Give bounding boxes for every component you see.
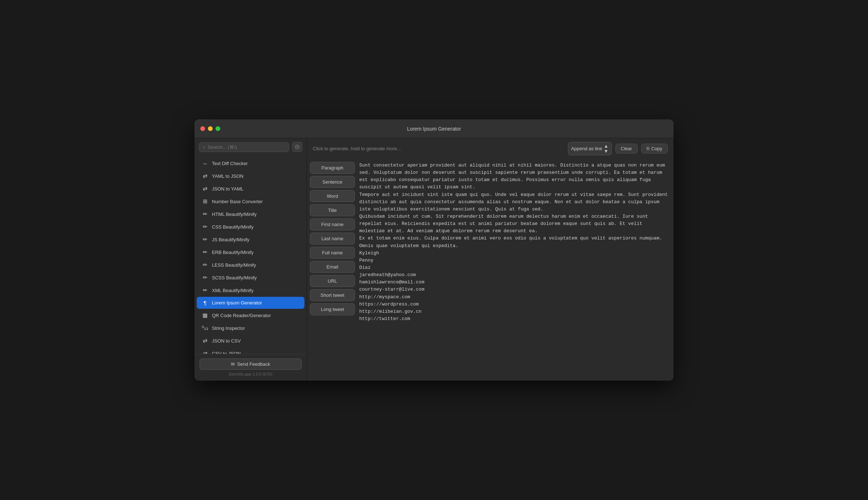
right-panel: Click to generate, hold to generate more…	[307, 138, 673, 381]
sidebar-label-json-to-csv: JSON to CSV	[212, 338, 241, 344]
sidebar-item-string-inspector[interactable]: ⁰₁₂String Inspector	[197, 322, 304, 334]
sidebar-icon-csv-to-json: ⇄	[202, 350, 208, 354]
clear-button[interactable]: Clear	[615, 144, 638, 153]
sidebar: ⌕ ↔Text Diff Checker⇄YAML to JSON⇄JSON t…	[195, 138, 307, 381]
sidebar-label-json-to-yaml: JSON to YAML	[212, 186, 243, 192]
version-text: DevUtils.app 1.9.0 (67D)	[200, 372, 302, 376]
close-button[interactable]	[200, 126, 205, 131]
append-select[interactable]: Append as line ▲ ▼	[568, 142, 612, 155]
gen-btn-email[interactable]: Email	[310, 261, 355, 273]
gen-btn-title[interactable]: Title	[310, 204, 355, 216]
output-column	[358, 159, 673, 381]
sidebar-label-lorem-ipsum-generator: Lorem Ipsum Generator	[212, 300, 262, 306]
sidebar-label-string-inspector: String Inspector	[212, 325, 245, 331]
sidebar-item-json-to-csv[interactable]: ⇄JSON to CSV	[197, 335, 304, 347]
sidebar-icon-html-beautify-minify: ✏	[202, 211, 208, 217]
sidebar-icon-less-beautify-minify: ✏	[202, 262, 208, 268]
sidebar-footer: ✉ Send Feedback DevUtils.app 1.9.0 (67D)	[195, 354, 307, 381]
sidebar-item-css-beautify-minify[interactable]: ✏CSS Beautify/Minify	[197, 221, 304, 233]
search-icon: ⌕	[203, 144, 205, 149]
sidebar-label-css-beautify-minify: CSS Beautify/Minify	[212, 224, 254, 230]
copy-icon: ⎘	[647, 146, 650, 151]
sidebar-icon-css-beautify-minify: ✏	[202, 224, 208, 230]
sidebar-label-erb-beautify-minify: ERB Beautify/Minify	[212, 250, 254, 255]
gen-btn-full-name[interactable]: Full name	[310, 247, 355, 259]
filter-icon	[295, 144, 300, 149]
traffic-lights	[200, 126, 220, 131]
toolbar-hint: Click to generate, hold to generate more…	[313, 146, 564, 151]
sidebar-icon-erb-beautify-minify: ✏	[202, 249, 208, 255]
titlebar: Lorem Ipsum Generator	[195, 119, 673, 138]
minimize-button[interactable]	[208, 126, 213, 131]
output-textarea[interactable]	[359, 162, 669, 378]
sidebar-label-qr-code-reader-generator: QR Code Reader/Generator	[212, 313, 271, 318]
copy-label: Copy	[651, 146, 662, 151]
toolbar: Click to generate, hold to generate more…	[307, 138, 673, 159]
sidebar-label-scss-beautify-minify: SCSS Beautify/Minify	[212, 275, 257, 280]
sidebar-item-csv-to-json[interactable]: ⇄CSV to JSON	[197, 347, 304, 354]
sidebar-label-js-beautify-minify: JS Beautify/Minify	[212, 237, 249, 242]
copy-button[interactable]: ⎘ Copy	[641, 144, 668, 153]
sidebar-item-erb-beautify-minify[interactable]: ✏ERB Beautify/Minify	[197, 246, 304, 258]
gen-btn-url[interactable]: URL	[310, 275, 355, 287]
append-label: Append as line	[571, 146, 602, 151]
sidebar-label-csv-to-json: CSV to JSON	[212, 351, 241, 354]
sidebar-label-number-base-converter: Number Base Converter	[212, 199, 263, 204]
sidebar-icon-text-diff-checker: ↔	[202, 160, 208, 167]
gen-btn-paragraph[interactable]: Paragraph	[310, 162, 355, 174]
filter-button[interactable]	[292, 142, 302, 152]
sidebar-item-text-diff-checker[interactable]: ↔Text Diff Checker	[197, 157, 304, 169]
sidebar-list: ↔Text Diff Checker⇄YAML to JSON⇄JSON to …	[195, 156, 307, 354]
sidebar-item-number-base-converter[interactable]: ⊞Number Base Converter	[197, 195, 304, 208]
search-input[interactable]	[208, 144, 285, 150]
sidebar-label-html-beautify-minify: HTML Beautify/Minify	[212, 212, 257, 217]
sidebar-icon-qr-code-reader-generator: ▦	[202, 312, 208, 319]
sidebar-icon-string-inspector: ⁰₁₂	[202, 325, 208, 331]
gen-btn-short-tweet[interactable]: Short tweet	[310, 289, 355, 301]
gen-btn-word[interactable]: Word	[310, 190, 355, 202]
sidebar-icon-xml-beautify-minify: ✏	[202, 287, 208, 294]
sidebar-item-yaml-to-json[interactable]: ⇄YAML to JSON	[197, 170, 304, 182]
chevron-updown-icon: ▲ ▼	[604, 144, 609, 153]
generator-buttons: ParagraphSentenceWordTitleFirst nameLast…	[307, 159, 358, 381]
sidebar-label-less-beautify-minify: LESS Beautify/Minify	[212, 262, 256, 268]
gen-btn-sentence[interactable]: Sentence	[310, 176, 355, 188]
sidebar-icon-yaml-to-json: ⇄	[202, 173, 208, 179]
sidebar-item-less-beautify-minify[interactable]: ✏LESS Beautify/Minify	[197, 259, 304, 271]
sidebar-item-xml-beautify-minify[interactable]: ✏XML Beautify/Minify	[197, 284, 304, 296]
send-feedback-button[interactable]: ✉ Send Feedback	[200, 358, 302, 370]
sidebar-item-scss-beautify-minify[interactable]: ✏SCSS Beautify/Minify	[197, 271, 304, 284]
sidebar-icon-number-base-converter: ⊞	[202, 198, 208, 205]
sidebar-item-qr-code-reader-generator[interactable]: ▦QR Code Reader/Generator	[197, 309, 304, 321]
sidebar-item-js-beautify-minify[interactable]: ✏JS Beautify/Minify	[197, 233, 304, 246]
sidebar-icon-json-to-csv: ⇄	[202, 337, 208, 344]
sidebar-item-json-to-yaml[interactable]: ⇄JSON to YAML	[197, 183, 304, 195]
sidebar-icon-lorem-ipsum-generator: ¶	[202, 300, 208, 306]
sidebar-label-yaml-to-json: YAML to JSON	[212, 173, 243, 179]
send-feedback-label: Send Feedback	[237, 361, 270, 367]
sidebar-icon-js-beautify-minify: ✏	[202, 236, 208, 243]
sidebar-icon-json-to-yaml: ⇄	[202, 185, 208, 192]
sidebar-label-xml-beautify-minify: XML Beautify/Minify	[212, 288, 253, 293]
sidebar-icon-scss-beautify-minify: ✏	[202, 274, 208, 281]
main-content: ⌕ ↔Text Diff Checker⇄YAML to JSON⇄JSON t…	[195, 138, 673, 381]
sidebar-item-lorem-ipsum-generator[interactable]: ¶Lorem Ipsum Generator	[197, 297, 304, 309]
envelope-icon: ✉	[231, 361, 235, 367]
search-wrap[interactable]: ⌕	[199, 142, 289, 152]
gen-btn-first-name[interactable]: First name	[310, 218, 355, 230]
maximize-button[interactable]	[216, 126, 220, 131]
panel-body: ParagraphSentenceWordTitleFirst nameLast…	[307, 159, 673, 381]
app-window: Lorem Ipsum Generator ⌕	[195, 119, 673, 381]
window-title: Lorem Ipsum Generator	[407, 126, 461, 132]
gen-btn-long-tweet[interactable]: Long tweet	[310, 303, 355, 315]
gen-btn-last-name[interactable]: Last name	[310, 233, 355, 245]
sidebar-item-html-beautify-minify[interactable]: ✏HTML Beautify/Minify	[197, 208, 304, 220]
sidebar-label-text-diff-checker: Text Diff Checker	[212, 161, 248, 166]
search-bar: ⌕	[195, 138, 307, 156]
